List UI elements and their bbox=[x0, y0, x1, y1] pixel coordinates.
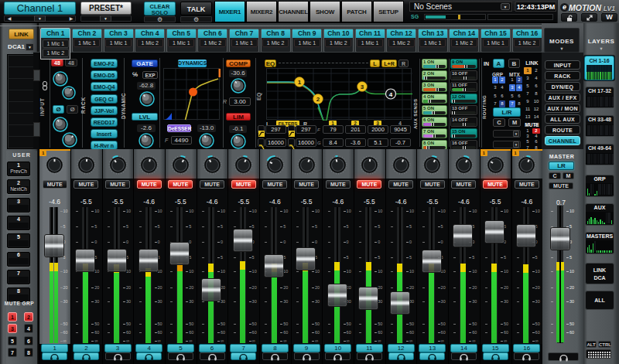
svg-text:4: 4 bbox=[389, 91, 393, 98]
svg-text:3: 3 bbox=[361, 83, 364, 90]
svg-text:1: 1 bbox=[298, 79, 302, 86]
svg-text:2: 2 bbox=[316, 96, 320, 103]
